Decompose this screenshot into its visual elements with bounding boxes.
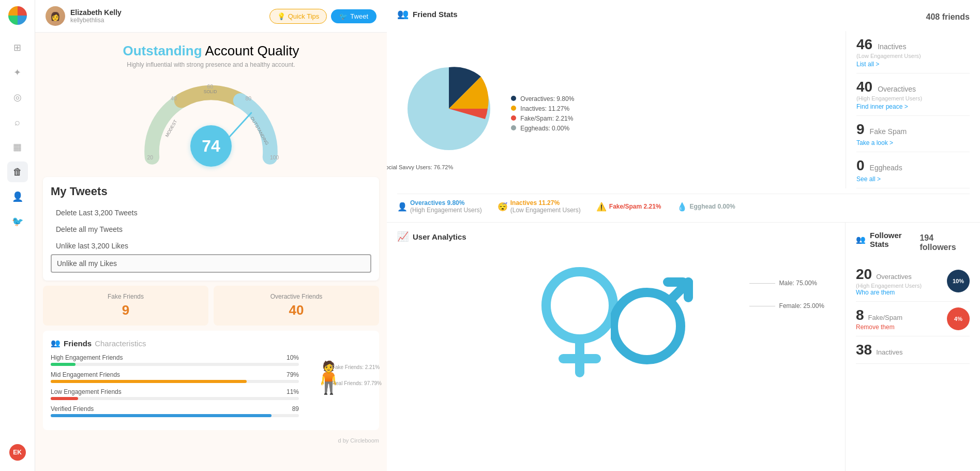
- fakespam-pct-badge: 4%: [947, 307, 970, 330]
- footer-inactives: 😴 Inactives 11.27% (Low Engagement Users…: [497, 199, 581, 214]
- gauge-score: 74: [190, 125, 232, 167]
- sidebar-item-twitter[interactable]: 🐦: [7, 211, 28, 232]
- footer-overactives: 👤 Overactives 9.80% (High Engagement Use…: [397, 199, 482, 214]
- male-label-row: Male: 75.00%: [749, 279, 824, 287]
- mid-engagement-label: Mid Engagement Friends: [51, 371, 120, 378]
- low-engagement-pct: 11%: [287, 388, 299, 395]
- user-name: Elizabeth Kelly: [70, 8, 122, 17]
- footer-overactives-label: Overactives 9.80%: [410, 199, 464, 207]
- quality-title: Outstanding Account Quality: [46, 43, 376, 59]
- female-symbol: [538, 264, 621, 378]
- pie-chart: Social Savvy Users: 76.72%: [397, 57, 501, 163]
- quick-tips-button[interactable]: 💡 Quick Tips: [269, 9, 327, 24]
- mid-engagement-pct: 79%: [287, 371, 299, 378]
- analytics-icon: 📈: [397, 231, 409, 242]
- fake-friends-label: Fake Friends: [50, 293, 201, 300]
- take-a-look-link[interactable]: Take a look >: [856, 139, 970, 146]
- sidebar-item-target[interactable]: ◎: [7, 87, 28, 108]
- follower-overactives-item: 20 Overactives (High Engagement Users) W…: [856, 261, 970, 302]
- sidebar-item-search[interactable]: ⌕: [7, 112, 28, 133]
- who-are-them-link[interactable]: Who are them: [856, 289, 922, 296]
- mid-engagement-bar: [51, 380, 299, 383]
- svg-text:100: 100: [270, 155, 279, 160]
- gender-chart: Male: 75.00% Female: 25.00%: [397, 248, 835, 383]
- stat-eggheads: 0 Eggheads See all >: [856, 152, 970, 188]
- sidebar-item-delete[interactable]: 🗑: [7, 161, 28, 182]
- pie-svg: [397, 57, 501, 160]
- follower-stats-title: 👥 Follower Stats: [856, 231, 919, 248]
- low-engagement-label: Low Engagement Friends: [51, 388, 122, 395]
- main-content: 👩 Elizabeth Kelly kellybethlisa 💡 Quick …: [35, 0, 980, 471]
- low-engagement-fill: [51, 397, 78, 400]
- friends-total-count: 408 friends: [926, 12, 970, 22]
- sidebar-item-chart[interactable]: ▦: [7, 137, 28, 157]
- tweet-button[interactable]: 🐦 Tweet: [331, 9, 376, 23]
- pie-area: Social Savvy Users: 76.72% Overactives: …: [397, 31, 835, 188]
- header-buttons: 💡 Quick Tips 🐦 Tweet: [269, 9, 376, 24]
- delete-all-tweets-item[interactable]: Delete all my Tweets: [51, 221, 371, 238]
- unlike-last-3200-item[interactable]: Unlike last 3,200 Likes: [51, 238, 371, 254]
- sidebar-item-people[interactable]: 👤: [7, 186, 28, 207]
- quality-subtitle: Highly influential with strong presence …: [46, 61, 376, 68]
- stat-overactives: 40 Overactives (High Engagement Users) F…: [856, 73, 970, 116]
- female-line: [749, 306, 775, 306]
- overactives-pct-badge: 10%: [947, 270, 970, 292]
- user-avatar: 👩: [46, 6, 65, 26]
- sidebar-item-grid[interactable]: ⊞: [7, 37, 28, 58]
- friends-char-title: 👥 Friends Characteristics: [51, 338, 371, 348]
- right-panel: 👥 Friend Stats 408 friends: [387, 0, 980, 471]
- legend-dot-inactives: [511, 106, 516, 111]
- user-info: 👩 Elizabeth Kelly kellybethlisa: [46, 6, 122, 26]
- legend-dot-fakespam: [511, 115, 516, 121]
- my-tweets-section: My Tweets Delete Last 3,200 Tweets Delet…: [43, 177, 379, 281]
- social-savvy-label: Social Savvy Users: 76.72%: [387, 164, 453, 170]
- pie-legend: Overactives: 9.80% Inactives: 11.27% Fak…: [511, 95, 574, 135]
- verified-friends-label: Verified Friends: [51, 405, 94, 413]
- high-engagement-pct: 10%: [287, 354, 299, 361]
- people-char-icon: 👥: [51, 338, 61, 348]
- friend-stats-icon: 👥: [397, 8, 409, 20]
- delete-last-3200-item[interactable]: Delete Last 3,200 Tweets: [51, 204, 371, 221]
- user-analytics-title: 📈 User Analytics: [397, 231, 835, 242]
- mid-engagement-stat: Mid Engagement Friends 79%: [51, 371, 299, 383]
- lightbulb-icon: 💡: [277, 12, 285, 20]
- user-avatar-sidebar[interactable]: EK: [9, 444, 26, 461]
- char-label: Characteristics: [95, 339, 146, 348]
- follower-overactives-label: Overactives: [876, 273, 912, 281]
- follower-overactives-num: 20: [856, 266, 872, 283]
- low-engagement-bar: [51, 397, 299, 400]
- svg-text:60: 60: [207, 84, 213, 90]
- male-symbol: [611, 259, 693, 373]
- friends-cards: Fake Friends 9 Overactive Friends 40: [43, 286, 379, 326]
- app-logo[interactable]: [8, 6, 27, 25]
- male-line: [749, 283, 775, 284]
- sidebar-item-network[interactable]: ✦: [7, 62, 28, 83]
- user-analytics-panel: 📈 User Analytics: [387, 223, 846, 471]
- remove-them-link[interactable]: Remove them: [856, 323, 902, 331]
- footer-fakespam-label: Fake/Spam 2.21%: [609, 203, 661, 210]
- overactive-friends-card: Overactive Friends 40: [214, 286, 379, 326]
- unlike-all-likes-item[interactable]: Unlike all my Likes: [51, 254, 371, 273]
- list-all-link[interactable]: List all >: [856, 61, 970, 68]
- overactive-friends-num: 40: [221, 302, 372, 318]
- friends-label: Friends: [64, 339, 92, 348]
- fake-friends-num: 9: [50, 302, 201, 318]
- verified-friends-stat: Verified Friends 89: [51, 405, 299, 417]
- find-inner-peace-link[interactable]: Find inner peace >: [856, 103, 970, 110]
- overactive-friends-label: Overactive Friends: [221, 293, 372, 300]
- svg-text:80: 80: [246, 96, 252, 101]
- follower-stats-icon: 👥: [856, 235, 866, 244]
- stats-sidebar: 46 Inactives (Low Engagement Users) List…: [846, 31, 970, 188]
- high-engagement-bar: [51, 363, 299, 366]
- stat-fakespam: 9 Fake Spam Take a look >: [856, 116, 970, 152]
- svg-text:SOLID: SOLID: [204, 89, 217, 94]
- follower-fakespam-label: Fake/Spam: [868, 314, 902, 321]
- see-all-link[interactable]: See all >: [856, 175, 970, 183]
- user-details: Elizabeth Kelly kellybethlisa: [70, 8, 122, 24]
- follower-overactives-sub: (High Engagement Users): [856, 283, 922, 289]
- legend-dot-eggheads: [511, 125, 516, 130]
- male-pct-label: Male: 75.00%: [779, 279, 817, 287]
- gender-labels: Male: 75.00% Female: 25.00%: [749, 279, 824, 310]
- left-panel: 👩 Elizabeth Kelly kellybethlisa 💡 Quick …: [35, 0, 387, 471]
- quick-tips-label: Quick Tips: [288, 12, 320, 20]
